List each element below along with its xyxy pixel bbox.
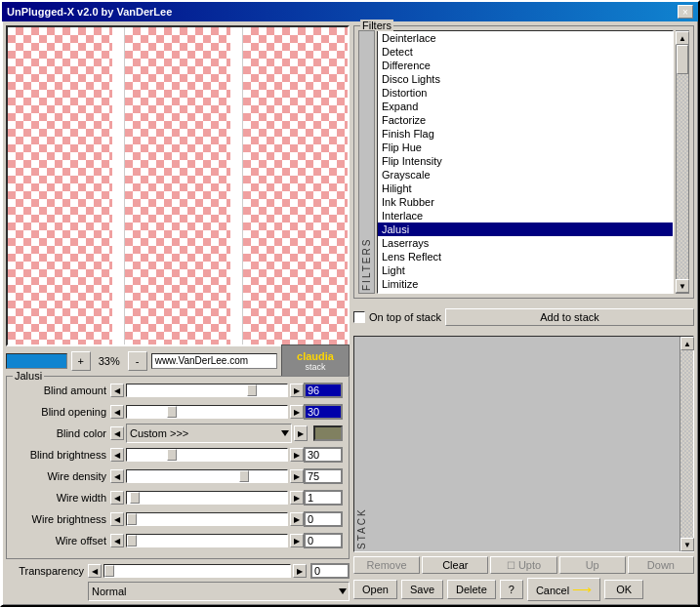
delete-button[interactable]: Delete <box>447 580 496 599</box>
filter-jalusi[interactable]: Jalusi <box>378 223 673 236</box>
stack-side-label: STACK <box>354 337 369 551</box>
blind-amount-track[interactable] <box>126 384 288 397</box>
scroll-thumb[interactable] <box>677 45 688 74</box>
open-button[interactable]: Open <box>353 580 397 599</box>
blind-color-swatch[interactable] <box>313 425 343 441</box>
clear-button[interactable]: Clear <box>422 556 488 574</box>
down-button[interactable]: Down <box>628 556 694 574</box>
stack-btns: Remove Clear ☐ Upto Up Down <box>353 556 694 574</box>
stack-scroll-track[interactable] <box>680 350 693 538</box>
blind-opening-track[interactable] <box>126 405 288 419</box>
filter-lens-reflect[interactable]: Lens Reflect <box>378 250 673 263</box>
wire-brightness-left-arrow[interactable]: ◀ <box>110 512 124 526</box>
filters-listbox[interactable]: Deinterlace Detect Difference Disco Ligh… <box>377 30 674 294</box>
filter-finish-flag[interactable]: Finish Flag <box>378 127 673 141</box>
wire-offset-value[interactable] <box>304 533 343 548</box>
blind-brightness-row: Blind brightness ◀ ▶ <box>13 445 343 465</box>
wire-brightness-label: Wire brightness <box>13 513 110 525</box>
transparency-value[interactable] <box>310 563 350 579</box>
blind-amount-left-arrow[interactable]: ◀ <box>110 384 124 397</box>
wire-density-right-arrow[interactable]: ▶ <box>290 469 304 483</box>
filter-factorize[interactable]: Factorize <box>378 113 673 127</box>
transparency-left-arrow[interactable]: ◀ <box>88 564 102 578</box>
scroll-up-btn[interactable]: ▲ <box>676 31 689 45</box>
filter-ink-rubber[interactable]: Ink Rubber <box>378 195 673 209</box>
filters-side-label[interactable]: FILTERS <box>358 30 375 294</box>
wire-width-label: Wire width <box>13 492 110 504</box>
blind-amount-right-arrow[interactable]: ▶ <box>290 384 304 397</box>
filter-flip-hue[interactable]: Flip Hue <box>378 141 673 154</box>
blind-color-dropdown[interactable]: Custom >>> <box>126 424 292 443</box>
blind-opening-value[interactable] <box>304 404 343 420</box>
transparency-slider-container: ◀ ▶ <box>88 564 307 578</box>
filter-grayscale[interactable]: Grayscale <box>378 168 673 182</box>
blind-brightness-track[interactable] <box>126 448 288 462</box>
filters-scrollbar[interactable]: ▲ ▼ <box>676 30 689 294</box>
zoom-plus-button[interactable]: + <box>71 351 91 371</box>
blind-brightness-label: Blind brightness <box>13 449 110 461</box>
blind-amount-label: Blind amount <box>13 384 110 396</box>
blind-amount-value[interactable] <box>304 383 343 398</box>
filter-expand[interactable]: Expand <box>378 100 673 113</box>
scroll-down-btn[interactable]: ▼ <box>676 279 689 293</box>
add-to-stack-button[interactable]: Add to stack <box>445 308 694 326</box>
wire-density-track[interactable] <box>126 469 288 483</box>
wire-offset-slider-container: ◀ ▶ <box>110 534 304 547</box>
filter-limitize[interactable]: Limitize <box>378 277 673 291</box>
wire-density-left-arrow[interactable]: ◀ <box>110 469 124 483</box>
filter-flip-intensity[interactable]: Flip Intensity <box>378 154 673 168</box>
stack-scroll-up[interactable]: ▲ <box>680 337 694 350</box>
wire-width-value[interactable] <box>304 490 343 506</box>
up-button[interactable]: Up <box>559 556 626 574</box>
blind-brightness-value[interactable] <box>304 447 343 463</box>
stack-scroll-down[interactable]: ▼ <box>680 538 694 551</box>
filter-hilight[interactable]: Hilight <box>378 182 673 195</box>
remove-button[interactable]: Remove <box>353 556 420 574</box>
zoom-minus-button[interactable]: - <box>128 351 147 371</box>
wire-offset-right-arrow[interactable]: ▶ <box>290 534 304 547</box>
ok-button[interactable]: OK <box>604 580 643 599</box>
filter-interlace[interactable]: Interlace <box>378 209 673 223</box>
stack-list: STACK ▲ ▼ <box>353 336 694 552</box>
filter-disco-lights[interactable]: Disco Lights <box>378 72 673 86</box>
filter-deinterlace[interactable]: Deinterlace <box>378 31 673 45</box>
wire-width-right-arrow[interactable]: ▶ <box>290 491 304 505</box>
wire-brightness-right-arrow[interactable]: ▶ <box>290 512 304 526</box>
transparency-track[interactable] <box>103 564 291 578</box>
wire-brightness-track[interactable] <box>126 512 288 526</box>
transparency-label: Transparency <box>6 565 84 577</box>
filter-detect[interactable]: Detect <box>378 45 673 59</box>
wire-width-left-arrow[interactable]: ◀ <box>110 491 124 505</box>
zoom-value: 33% <box>95 355 124 367</box>
filter-lomo[interactable]: Lomo <box>378 291 673 294</box>
blind-color-left-arrow[interactable]: ◀ <box>110 426 124 440</box>
main-window: UnPlugged-X v2.0 by VanDerLee × <box>0 0 700 607</box>
blind-color-right-arrow[interactable]: ▶ <box>294 425 308 441</box>
filter-laserrays[interactable]: Laserrays <box>378 236 673 250</box>
scroll-track[interactable] <box>677 45 688 279</box>
filter-distortion[interactable]: Distortion <box>378 86 673 100</box>
toolbar: + 33% - www.VanDerLee.com claudia stack <box>6 350 350 372</box>
wire-offset-left-arrow[interactable]: ◀ <box>110 534 124 547</box>
stack-scrollbar[interactable]: ▲ ▼ <box>679 337 693 551</box>
help-button[interactable]: ? <box>500 580 523 599</box>
blind-brightness-right-arrow[interactable]: ▶ <box>290 448 304 462</box>
blend-select[interactable]: Normal Dissolve Multiply Screen Overlay <box>88 582 350 601</box>
cancel-button[interactable]: Cancel ⟶ <box>527 578 600 601</box>
blind-opening-right-arrow[interactable]: ▶ <box>290 405 304 419</box>
on-top-checkbox[interactable] <box>353 311 365 323</box>
filter-light[interactable]: Light <box>378 263 673 277</box>
upto-button[interactable]: ☐ Upto <box>490 556 556 574</box>
wire-width-track[interactable] <box>126 491 288 505</box>
wire-density-value[interactable] <box>304 468 343 484</box>
transparency-right-arrow[interactable]: ▶ <box>293 564 307 578</box>
wire-density-slider-container: ◀ ▶ <box>110 469 304 483</box>
blind-brightness-left-arrow[interactable]: ◀ <box>110 448 124 462</box>
close-button[interactable]: × <box>678 5 693 19</box>
wire-offset-row: Wire offset ◀ ▶ <box>13 531 343 550</box>
wire-offset-track[interactable] <box>126 534 288 547</box>
blind-opening-left-arrow[interactable]: ◀ <box>110 405 124 419</box>
wire-brightness-value[interactable] <box>304 511 343 527</box>
save-button[interactable]: Save <box>401 580 443 599</box>
filter-difference[interactable]: Difference <box>378 59 673 72</box>
